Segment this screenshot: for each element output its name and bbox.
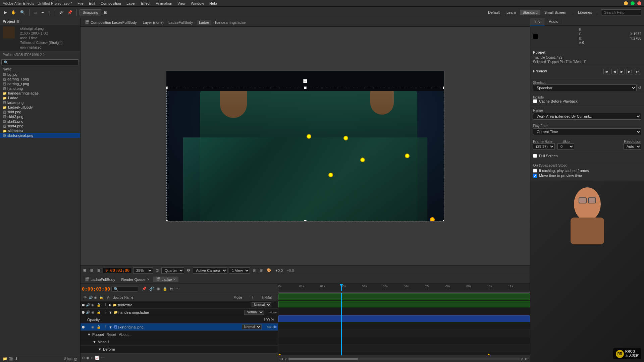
viewer-btn-grid2[interactable]: ⊞: [251, 267, 257, 273]
timeline-tab-ldfullbody[interactable]: 🎬 LadaeFullBody: [82, 277, 118, 282]
expand-mesh[interactable]: ▼: [93, 340, 96, 344]
pen-tool[interactable]: ✒: [40, 9, 46, 15]
close-button[interactable]: [637, 1, 641, 5]
timeline-ruler[interactable]: 0s 01s 02s 03s 04s 05s 06s 07s 08s 09s 1…: [278, 284, 530, 291]
lock-dot-3[interactable]: 🔒: [97, 325, 102, 329]
project-item-hand[interactable]: 🖼 hand.png: [0, 86, 80, 91]
tl-nav-end[interactable]: ⏭: [525, 357, 529, 361]
keyframe-pin7-end[interactable]: [487, 354, 490, 355]
playfrom-dropdown[interactable]: Current Time: [533, 128, 641, 135]
project-item-handearrings[interactable]: 📁 handearringsladae: [0, 91, 80, 96]
tl-tool-puppet[interactable]: 📌: [141, 286, 148, 291]
timeline-scrollbar[interactable]: [288, 358, 520, 360]
mode-select-3[interactable]: Normal: [242, 324, 262, 329]
track-block-3[interactable]: [278, 315, 530, 322]
viewer-guide-btn[interactable]: ⊞: [96, 267, 102, 273]
tl-layer-puppet[interactable]: ▼ Puppet Reset About...: [80, 331, 278, 338]
keyframe-pin7-start[interactable]: [278, 354, 282, 355]
tl-tool-fx[interactable]: fx: [169, 286, 174, 291]
framerate-dropdown[interactable]: (29.97): [533, 143, 555, 149]
puppet-tool[interactable]: 📌: [66, 9, 74, 15]
about-btn[interactable]: About...: [119, 333, 132, 337]
reset-btn[interactable]: Reset: [107, 333, 116, 337]
info-tab[interactable]: Info: [530, 18, 545, 25]
lock-dot-2[interactable]: 🔒: [97, 310, 102, 314]
menu-edit[interactable]: Edit: [89, 1, 95, 5]
puppet-pin-1[interactable]: [307, 134, 311, 139]
timeline-tab-renderqueue[interactable]: Render Queue ✕: [118, 277, 152, 282]
shortcut-select[interactable]: Spacebar: [533, 84, 637, 91]
breadcrumb-handearrings[interactable]: handearringsladae: [215, 20, 246, 24]
zoom-dropdown[interactable]: 25% 50% 100%: [133, 267, 153, 274]
project-search-input[interactable]: [1, 59, 79, 65]
viewer-btn-plus[interactable]: +0.0: [274, 268, 284, 273]
comp-tab-ldfullbody[interactable]: 🎬 Composition LadaeFullBody: [82, 19, 140, 25]
solo-dot-1[interactable]: ◉: [91, 303, 97, 307]
transform-handle-tr[interactable]: [443, 86, 444, 89]
tl-layer-skirtoriginal[interactable]: ◉ 🔒 3 ▼ 🖼 skirtoriginal.png Normal None: [80, 323, 278, 331]
project-item-earringl[interactable]: 🖼 earring_l.png: [0, 77, 80, 81]
minimize-button[interactable]: [624, 1, 628, 5]
view-dropdown[interactable]: 1 View: [229, 267, 250, 274]
project-item-ladaepng[interactable]: 🖼 ladae.png: [0, 100, 80, 105]
fullscreen-checkbox[interactable]: [533, 154, 537, 158]
tl-layer-handearrings[interactable]: 🔊 ◉ 🔒 2 ▼ 📁 handearringsladae Normal N: [80, 309, 278, 316]
align-tool[interactable]: ⊞: [103, 9, 109, 15]
fit-btn[interactable]: ⊡: [154, 267, 160, 273]
resolution-dropdown[interactable]: Quarter Half Full: [161, 267, 184, 274]
project-panel-menu[interactable]: ☰: [16, 20, 19, 23]
expand-btn-1[interactable]: ▶: [109, 303, 111, 307]
workspace-standard[interactable]: Standard: [520, 10, 540, 15]
project-item-skirt3[interactable]: 🖼 skirt3.png: [0, 119, 80, 124]
expand-puppet[interactable]: ▼: [87, 333, 91, 337]
project-item-bgjpg[interactable]: 🖼 bg.jpg: [0, 72, 80, 77]
tl-tool-lock[interactable]: 🔒: [162, 286, 168, 291]
menu-effect[interactable]: Effect: [141, 1, 150, 5]
cache-checkbox[interactable]: [533, 99, 537, 103]
preview-step-forward[interactable]: ▶|: [626, 69, 633, 74]
transform-handle-b[interactable]: [304, 220, 307, 222]
expand-deform[interactable]: ▼: [98, 347, 102, 351]
track-block-2[interactable]: [278, 301, 530, 307]
project-item-skirt4[interactable]: 🖼 skirt4.png: [0, 124, 80, 128]
tl-tool-motion[interactable]: 〰: [175, 286, 180, 291]
tl-tool-solo[interactable]: ◉: [156, 286, 161, 291]
tl-btn-enable[interactable]: ⊙: [82, 356, 85, 360]
shortcut-reset-btn[interactable]: ↺: [638, 85, 641, 90]
transform-handle-center[interactable]: ✦: [303, 79, 307, 83]
movetime-checkbox[interactable]: [533, 174, 537, 178]
project-item-earringr[interactable]: 🖼 earring_r.png: [0, 81, 80, 86]
tl-tool-link[interactable]: 🔗: [148, 286, 155, 291]
maximize-button[interactable]: [631, 1, 635, 5]
menu-animation[interactable]: Animation: [156, 1, 172, 5]
vis-dot-3[interactable]: [82, 326, 85, 328]
tl-btn-solo[interactable]: ◉: [86, 356, 90, 360]
expand-btn-2[interactable]: ▼: [109, 310, 112, 314]
track-block-1[interactable]: [278, 293, 530, 300]
vis-dot-1[interactable]: [82, 304, 85, 306]
puppet-pin-3[interactable]: [360, 158, 365, 162]
select-tool[interactable]: ▶: [3, 9, 8, 15]
viewer-region-btn[interactable]: ⊞: [82, 267, 88, 273]
menu-window[interactable]: Window: [191, 1, 204, 5]
preview-step-back[interactable]: ◀: [611, 69, 618, 74]
menu-composition[interactable]: Composition: [101, 1, 121, 5]
zoom-tool[interactable]: 🔍: [19, 9, 26, 15]
tl-layer-opacity[interactable]: Opacity 100 %: [80, 316, 278, 323]
brush-tool[interactable]: 🖌: [58, 9, 65, 15]
transform-handle-t[interactable]: [304, 86, 307, 89]
expand-btn-3[interactable]: ▼: [109, 325, 112, 329]
project-item-skirt2[interactable]: 🖼 skirt2.png: [0, 114, 80, 119]
vis-dot-2[interactable]: [82, 311, 85, 314]
tl-nav-next-kf[interactable]: ▷: [521, 357, 524, 361]
camera-dropdown[interactable]: Active Camera: [193, 267, 227, 274]
solo-dot-2[interactable]: ◉: [91, 310, 97, 314]
preview-play-pause[interactable]: ▶: [619, 69, 625, 74]
puppet-pin-5[interactable]: [328, 173, 333, 177]
tl-btn-keyframe[interactable]: ◇: [91, 356, 94, 360]
menu-file[interactable]: File: [77, 1, 84, 5]
solo-dot-3[interactable]: ◉: [91, 325, 97, 329]
hand-tool[interactable]: ✋: [10, 9, 17, 15]
viewer-btn-color[interactable]: 🎨: [265, 267, 273, 273]
workspace-learn[interactable]: Learn: [504, 10, 519, 15]
